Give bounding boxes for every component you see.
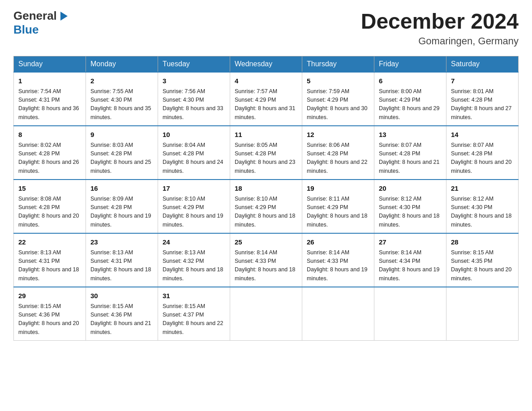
table-row: 13 Sunrise: 8:07 AM Sunset: 4:28 PM Dayl…: [374, 126, 446, 180]
day-info: Sunrise: 7:55 AM Sunset: 4:30 PM Dayligh…: [90, 87, 153, 122]
table-row: 21 Sunrise: 8:12 AM Sunset: 4:30 PM Dayl…: [446, 180, 519, 233]
logo: General Blue: [13, 9, 69, 37]
calendar-table: Sunday Monday Tuesday Wednesday Thursday…: [13, 56, 519, 341]
table-row: 5 Sunrise: 7:59 AM Sunset: 4:29 PM Dayli…: [302, 72, 374, 126]
col-tuesday: Tuesday: [158, 56, 230, 73]
day-number: 22: [18, 237, 81, 248]
day-number: 10: [163, 130, 225, 140]
day-info: Sunrise: 8:15 AM Sunset: 4:35 PM Dayligh…: [451, 248, 514, 283]
calendar-week-row: 29 Sunrise: 8:15 AM Sunset: 4:36 PM Dayl…: [14, 287, 519, 341]
day-number: 30: [90, 291, 153, 301]
col-sunday: Sunday: [14, 56, 86, 73]
day-number: 3: [163, 76, 225, 86]
day-number: 9: [90, 130, 153, 140]
day-info: Sunrise: 8:14 AM Sunset: 4:34 PM Dayligh…: [379, 248, 442, 283]
day-number: 13: [379, 130, 442, 140]
day-info: Sunrise: 8:02 AM Sunset: 4:28 PM Dayligh…: [18, 141, 81, 176]
day-info: Sunrise: 8:11 AM Sunset: 4:29 PM Dayligh…: [307, 195, 369, 230]
table-row: 12 Sunrise: 8:06 AM Sunset: 4:28 PM Dayl…: [302, 126, 374, 180]
page-header: General Blue December 2024 Gomaringen, G…: [13, 9, 519, 47]
day-info: Sunrise: 8:15 AM Sunset: 4:36 PM Dayligh…: [18, 302, 81, 337]
table-row: 28 Sunrise: 8:15 AM Sunset: 4:35 PM Dayl…: [446, 233, 519, 287]
page-subtitle: Gomaringen, Germany: [361, 35, 519, 47]
table-row: 3 Sunrise: 7:56 AM Sunset: 4:30 PM Dayli…: [158, 72, 230, 126]
day-info: Sunrise: 8:14 AM Sunset: 4:33 PM Dayligh…: [307, 248, 369, 283]
logo-general-text: General: [13, 9, 57, 23]
table-row: 18 Sunrise: 8:10 AM Sunset: 4:29 PM Dayl…: [230, 180, 302, 233]
day-info: Sunrise: 8:12 AM Sunset: 4:30 PM Dayligh…: [379, 195, 442, 230]
day-number: 18: [235, 184, 297, 194]
day-info: Sunrise: 8:10 AM Sunset: 4:29 PM Dayligh…: [163, 195, 225, 230]
day-info: Sunrise: 7:57 AM Sunset: 4:29 PM Dayligh…: [235, 87, 297, 122]
day-number: 17: [163, 184, 225, 194]
table-row: 11 Sunrise: 8:05 AM Sunset: 4:28 PM Dayl…: [230, 126, 302, 180]
day-info: Sunrise: 8:05 AM Sunset: 4:28 PM Dayligh…: [235, 141, 297, 176]
day-info: Sunrise: 8:15 AM Sunset: 4:36 PM Dayligh…: [90, 302, 153, 337]
logo-blue-text: Blue: [13, 23, 39, 36]
day-info: Sunrise: 7:56 AM Sunset: 4:30 PM Dayligh…: [163, 87, 225, 122]
calendar-week-row: 8 Sunrise: 8:02 AM Sunset: 4:28 PM Dayli…: [14, 126, 519, 180]
title-section: December 2024 Gomaringen, Germany: [361, 9, 519, 47]
day-info: Sunrise: 8:04 AM Sunset: 4:28 PM Dayligh…: [163, 141, 225, 176]
table-row: 16 Sunrise: 8:09 AM Sunset: 4:28 PM Dayl…: [86, 180, 158, 233]
day-info: Sunrise: 8:08 AM Sunset: 4:28 PM Dayligh…: [18, 195, 81, 230]
calendar-header-row: Sunday Monday Tuesday Wednesday Thursday…: [14, 56, 519, 73]
day-info: Sunrise: 8:13 AM Sunset: 4:31 PM Dayligh…: [90, 248, 153, 283]
day-number: 5: [307, 76, 369, 86]
day-number: 16: [90, 184, 153, 194]
calendar-week-row: 1 Sunrise: 7:54 AM Sunset: 4:31 PM Dayli…: [14, 72, 519, 126]
table-row: 20 Sunrise: 8:12 AM Sunset: 4:30 PM Dayl…: [374, 180, 446, 233]
table-row: 4 Sunrise: 7:57 AM Sunset: 4:29 PM Dayli…: [230, 72, 302, 126]
day-number: 15: [18, 184, 81, 194]
day-number: 1: [18, 76, 81, 86]
table-row: 8 Sunrise: 8:02 AM Sunset: 4:28 PM Dayli…: [14, 126, 86, 180]
day-number: 28: [451, 237, 514, 248]
table-row: 27 Sunrise: 8:14 AM Sunset: 4:34 PM Dayl…: [374, 233, 446, 287]
day-info: Sunrise: 8:07 AM Sunset: 4:28 PM Dayligh…: [451, 141, 514, 176]
day-info: Sunrise: 7:54 AM Sunset: 4:31 PM Dayligh…: [18, 87, 81, 122]
day-number: 8: [18, 130, 81, 140]
table-row: 2 Sunrise: 7:55 AM Sunset: 4:30 PM Dayli…: [86, 72, 158, 126]
table-row: [302, 287, 374, 341]
day-info: Sunrise: 8:03 AM Sunset: 4:28 PM Dayligh…: [90, 141, 153, 176]
day-number: 26: [307, 237, 369, 248]
table-row: 6 Sunrise: 8:00 AM Sunset: 4:29 PM Dayli…: [374, 72, 446, 126]
calendar-week-row: 22 Sunrise: 8:13 AM Sunset: 4:31 PM Dayl…: [14, 233, 519, 287]
logo-arrow-icon: [57, 10, 69, 22]
table-row: 17 Sunrise: 8:10 AM Sunset: 4:29 PM Dayl…: [158, 180, 230, 233]
day-number: 2: [90, 76, 153, 86]
day-number: 31: [163, 291, 225, 301]
day-info: Sunrise: 8:13 AM Sunset: 4:32 PM Dayligh…: [163, 248, 225, 283]
day-number: 20: [379, 184, 442, 194]
day-number: 27: [379, 237, 442, 248]
col-friday: Friday: [374, 56, 446, 73]
table-row: 1 Sunrise: 7:54 AM Sunset: 4:31 PM Dayli…: [14, 72, 86, 126]
table-row: 24 Sunrise: 8:13 AM Sunset: 4:32 PM Dayl…: [158, 233, 230, 287]
table-row: 29 Sunrise: 8:15 AM Sunset: 4:36 PM Dayl…: [14, 287, 86, 341]
day-info: Sunrise: 8:15 AM Sunset: 4:37 PM Dayligh…: [163, 302, 225, 337]
col-thursday: Thursday: [302, 56, 374, 73]
day-info: Sunrise: 8:00 AM Sunset: 4:29 PM Dayligh…: [379, 87, 442, 122]
table-row: 10 Sunrise: 8:04 AM Sunset: 4:28 PM Dayl…: [158, 126, 230, 180]
svg-marker-0: [60, 12, 68, 21]
col-monday: Monday: [86, 56, 158, 73]
table-row: 14 Sunrise: 8:07 AM Sunset: 4:28 PM Dayl…: [446, 126, 519, 180]
day-number: 6: [379, 76, 442, 86]
table-row: 30 Sunrise: 8:15 AM Sunset: 4:36 PM Dayl…: [86, 287, 158, 341]
table-row: [374, 287, 446, 341]
table-row: 25 Sunrise: 8:14 AM Sunset: 4:33 PM Dayl…: [230, 233, 302, 287]
table-row: 23 Sunrise: 8:13 AM Sunset: 4:31 PM Dayl…: [86, 233, 158, 287]
day-number: 7: [451, 76, 514, 86]
day-number: 19: [307, 184, 369, 194]
col-saturday: Saturday: [446, 56, 519, 73]
col-wednesday: Wednesday: [230, 56, 302, 73]
day-number: 24: [163, 237, 225, 248]
page-title: December 2024: [361, 9, 519, 34]
day-number: 4: [235, 76, 297, 86]
table-row: 15 Sunrise: 8:08 AM Sunset: 4:28 PM Dayl…: [14, 180, 86, 233]
day-number: 25: [235, 237, 297, 248]
day-info: Sunrise: 7:59 AM Sunset: 4:29 PM Dayligh…: [307, 87, 369, 122]
day-info: Sunrise: 8:10 AM Sunset: 4:29 PM Dayligh…: [235, 195, 297, 230]
calendar-week-row: 15 Sunrise: 8:08 AM Sunset: 4:28 PM Dayl…: [14, 180, 519, 233]
day-info: Sunrise: 8:12 AM Sunset: 4:30 PM Dayligh…: [451, 195, 514, 230]
